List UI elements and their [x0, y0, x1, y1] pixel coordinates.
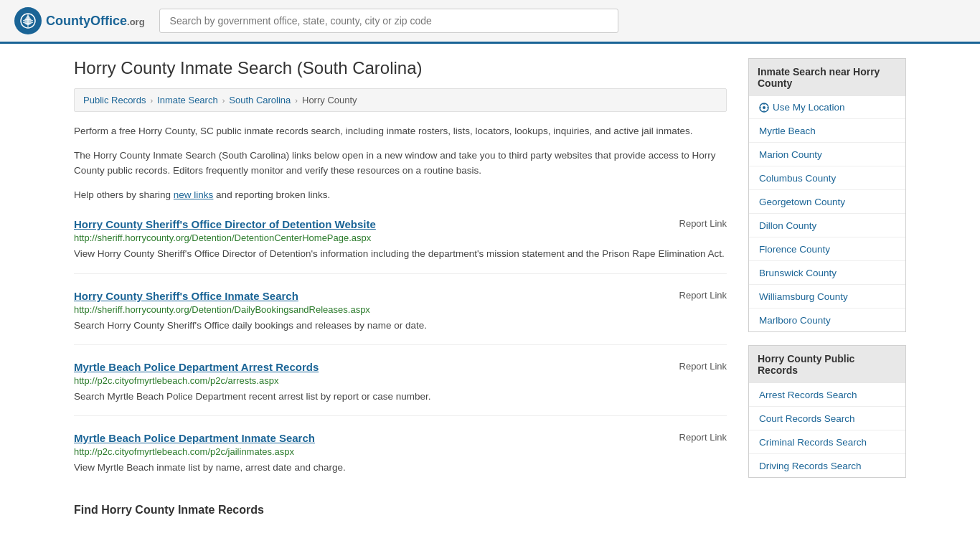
result-header-0: Horry County Sheriff's Office Director o… [74, 218, 727, 230]
result-desc-0: View Horry County Sheriff's Office Direc… [74, 247, 727, 261]
page-title: Horry County Inmate Search (South Caroli… [74, 58, 727, 78]
search-input[interactable] [159, 9, 618, 33]
result-title-1: Horry County Sheriff's Office Inmate Sea… [74, 290, 298, 302]
result-title-2: Myrtle Beach Police Department Arrest Re… [74, 361, 319, 373]
svg-point-3 [763, 106, 765, 109]
report-link-3[interactable]: Report Link [679, 432, 727, 443]
result-link-2[interactable]: Myrtle Beach Police Department Arrest Re… [74, 361, 319, 373]
result-header-2: Myrtle Beach Police Department Arrest Re… [74, 361, 727, 373]
report-link-0[interactable]: Report Link [679, 218, 727, 229]
result-url-3[interactable]: http://p2c.cityofmyrtlebeach.com/p2c/jai… [74, 446, 727, 457]
sidebar-item-arrest-records[interactable]: Arrest Records Search [749, 383, 905, 407]
result-item-2: Myrtle Beach Police Department Arrest Re… [74, 361, 727, 416]
breadcrumb-inmate-search[interactable]: Inmate Search [157, 95, 218, 105]
result-header-3: Myrtle Beach Police Department Inmate Se… [74, 432, 727, 444]
breadcrumb-horry-county: Horry County [302, 95, 357, 105]
breadcrumb-sep-3: › [295, 96, 298, 105]
sidebar-item-columbus-county[interactable]: Columbus County [749, 166, 905, 190]
result-link-3[interactable]: Myrtle Beach Police Department Inmate Se… [74, 432, 315, 444]
result-item-3: Myrtle Beach Police Department Inmate Se… [74, 432, 727, 486]
content-area: Horry County Inmate Search (South Caroli… [74, 58, 727, 517]
result-url-2[interactable]: http://p2c.cityofmyrtlebeach.com/p2c/arr… [74, 375, 727, 386]
sidebar-use-my-location[interactable]: Use My Location [749, 96, 905, 119]
use-my-location-label: Use My Location [773, 102, 845, 113]
logo-text: CountyOffice.org [46, 14, 145, 29]
sidebar-public-records-title: Horry County Public Records [748, 345, 906, 383]
sidebar-item-court-records[interactable]: Court Records Search [749, 407, 905, 430]
sidebar-nearby-title: Inmate Search near Horry County [748, 58, 906, 96]
description-3: Help others by sharing new links and rep… [74, 187, 727, 203]
breadcrumb-sep-1: › [150, 96, 153, 105]
result-title-0: Horry County Sheriff's Office Director o… [74, 218, 376, 230]
report-link-1[interactable]: Report Link [679, 290, 727, 301]
description-2: The Horry County Inmate Search (South Ca… [74, 148, 727, 179]
find-heading: Find Horry County Inmate Records [74, 504, 727, 517]
result-item-0: Horry County Sheriff's Office Director o… [74, 218, 727, 273]
breadcrumb-south-carolina[interactable]: South Carolina [229, 95, 291, 105]
sidebar-item-brunswick-county[interactable]: Brunswick County [749, 261, 905, 285]
site-header: CountyOffice.org [0, 0, 980, 44]
sidebar-item-marion-county[interactable]: Marion County [749, 143, 905, 166]
result-item-1: Horry County Sheriff's Office Inmate Sea… [74, 290, 727, 345]
breadcrumb-public-records[interactable]: Public Records [83, 95, 146, 105]
result-desc-1: Search Horry County Sheriff's Office dai… [74, 319, 727, 333]
result-header-1: Horry County Sheriff's Office Inmate Sea… [74, 290, 727, 302]
result-link-0[interactable]: Horry County Sheriff's Office Director o… [74, 218, 376, 230]
sidebar: Inmate Search near Horry County Use My L… [748, 58, 906, 517]
logo-icon [14, 7, 42, 34]
description-1: Perform a free Horry County, SC public i… [74, 123, 727, 139]
sidebar-item-myrtle-beach[interactable]: Myrtle Beach [749, 119, 905, 143]
new-links-link[interactable]: new links [174, 189, 214, 200]
report-link-2[interactable]: Report Link [679, 361, 727, 372]
logo[interactable]: CountyOffice.org [14, 7, 145, 34]
sidebar-nearby-list: Use My Location Myrtle Beach Marion Coun… [748, 96, 906, 332]
result-desc-2: Search Myrtle Beach Police Department re… [74, 390, 727, 404]
result-url-1[interactable]: http://sheriff.horrycounty.org/Detention… [74, 304, 727, 315]
sidebar-item-marlboro-county[interactable]: Marlboro County [749, 309, 905, 331]
sidebar-item-criminal-records[interactable]: Criminal Records Search [749, 430, 905, 454]
sidebar-item-williamsburg-county[interactable]: Williamsburg County [749, 285, 905, 309]
result-desc-3: View Myrtle Beach inmate list by name, a… [74, 461, 727, 475]
breadcrumb-sep-2: › [222, 96, 225, 105]
results-list: Horry County Sheriff's Office Director o… [74, 218, 727, 486]
result-url-0[interactable]: http://sheriff.horrycounty.org/Detention… [74, 232, 727, 243]
sidebar-public-records-list: Arrest Records Search Court Records Sear… [748, 383, 906, 478]
sidebar-item-dillon-county[interactable]: Dillon County [749, 214, 905, 237]
sidebar-item-driving-records[interactable]: Driving Records Search [749, 454, 905, 477]
result-title-3: Myrtle Beach Police Department Inmate Se… [74, 432, 315, 444]
sidebar-item-florence-county[interactable]: Florence County [749, 237, 905, 261]
location-icon [759, 103, 769, 113]
main-container: Horry County Inmate Search (South Caroli… [60, 44, 920, 531]
result-link-1[interactable]: Horry County Sheriff's Office Inmate Sea… [74, 290, 298, 302]
sidebar-item-georgetown-county[interactable]: Georgetown County [749, 190, 905, 214]
breadcrumb: Public Records › Inmate Search › South C… [74, 88, 727, 112]
